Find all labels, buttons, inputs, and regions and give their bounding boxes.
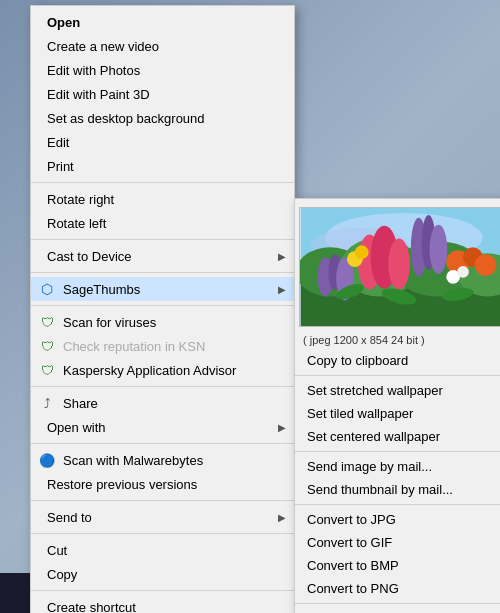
sagethumbs-label: SageThumbs xyxy=(63,282,140,297)
menu-item-set-desktop-bg[interactable]: Set as desktop background xyxy=(31,106,294,130)
scan-malwarebytes-label: Scan with Malwarebytes xyxy=(63,453,203,468)
sub-item-convert-jpg[interactable]: Convert to JPG xyxy=(295,508,500,531)
sub-item-set-stretched[interactable]: Set stretched wallpaper xyxy=(295,379,500,402)
svg-point-13 xyxy=(388,238,410,289)
sub-separator-1 xyxy=(295,375,500,376)
menu-item-print[interactable]: Print xyxy=(31,154,294,178)
menu-item-send-to[interactable]: Send to ▶ xyxy=(31,505,294,529)
sub-item-convert-gif[interactable]: Convert to GIF xyxy=(295,531,500,554)
sagethumbs-submenu: ( jpeg 1200 x 854 24 bit ) Copy to clipb… xyxy=(294,198,500,613)
scan-viruses-label: Scan for viruses xyxy=(63,315,156,330)
set-centered-label: Set centered wallpaper xyxy=(307,429,440,444)
open-with-arrow-icon: ▶ xyxy=(278,422,286,433)
menu-item-edit-photos[interactable]: Edit with Photos xyxy=(31,58,294,82)
preview-svg xyxy=(300,208,500,326)
sub-item-set-centered[interactable]: Set centered wallpaper xyxy=(295,425,500,448)
menu-item-edit-paint3d[interactable]: Edit with Paint 3D xyxy=(31,82,294,106)
restore-versions-label: Restore previous versions xyxy=(47,477,197,492)
menu-item-edit[interactable]: Edit xyxy=(31,130,294,154)
share-label: Share xyxy=(63,396,98,411)
svg-point-23 xyxy=(457,266,469,278)
separator-6 xyxy=(31,443,294,444)
image-preview xyxy=(299,207,500,327)
sub-item-convert-bmp[interactable]: Convert to BMP xyxy=(295,554,500,577)
scan-viruses-icon: 🛡 xyxy=(39,314,55,330)
menu-item-sagethumbs[interactable]: ⬡ SageThumbs ▶ xyxy=(31,277,294,301)
send-mail-label: Send image by mail... xyxy=(307,459,432,474)
edit-photos-label: Edit with Photos xyxy=(47,63,140,78)
set-stretched-label: Set stretched wallpaper xyxy=(307,383,443,398)
cut-label: Cut xyxy=(47,543,67,558)
sub-item-copy-clipboard[interactable]: Copy to clipboard xyxy=(295,349,500,372)
convert-gif-label: Convert to GIF xyxy=(307,535,392,550)
menu-item-open[interactable]: Open xyxy=(31,10,294,34)
menu-item-share[interactable]: ⤴ Share xyxy=(31,391,294,415)
separator-3 xyxy=(31,272,294,273)
menu-item-restore-versions[interactable]: Restore previous versions xyxy=(31,472,294,496)
menu-item-create-video[interactable]: Create a new video xyxy=(31,34,294,58)
menu-item-rotate-right[interactable]: Rotate right xyxy=(31,187,294,211)
print-label: Print xyxy=(47,159,74,174)
rotate-right-label: Rotate right xyxy=(47,192,114,207)
separator-9 xyxy=(31,590,294,591)
sub-item-set-tiled[interactable]: Set tiled wallpaper xyxy=(295,402,500,425)
sagethumbs-arrow-icon: ▶ xyxy=(278,284,286,295)
svg-point-15 xyxy=(355,245,369,259)
set-tiled-label: Set tiled wallpaper xyxy=(307,406,413,421)
sub-item-send-thumb-mail[interactable]: Send thumbnail by mail... xyxy=(295,478,500,501)
convert-png-label: Convert to PNG xyxy=(307,581,399,596)
menu-item-kaspersky-advisor[interactable]: 🛡 Kaspersky Application Advisor xyxy=(31,358,294,382)
convert-bmp-label: Convert to BMP xyxy=(307,558,399,573)
sub-item-sagethumbs-options[interactable]: SageThumbs Options... xyxy=(295,607,500,613)
sub-item-convert-png[interactable]: Convert to PNG xyxy=(295,577,500,600)
send-to-arrow-icon: ▶ xyxy=(278,512,286,523)
preview-info: ( jpeg 1200 x 854 24 bit ) xyxy=(295,331,500,349)
svg-point-21 xyxy=(475,254,497,276)
separator-8 xyxy=(31,533,294,534)
kaspersky-advisor-label: Kaspersky Application Advisor xyxy=(63,363,236,378)
menu-item-rotate-left[interactable]: Rotate left xyxy=(31,211,294,235)
sub-separator-3 xyxy=(295,504,500,505)
separator-2 xyxy=(31,239,294,240)
menu-item-scan-viruses[interactable]: 🛡 Scan for viruses xyxy=(31,310,294,334)
separator-1 xyxy=(31,182,294,183)
menu-item-open-with[interactable]: Open with ▶ xyxy=(31,415,294,439)
cast-device-label: Cast to Device xyxy=(47,249,132,264)
convert-jpg-label: Convert to JPG xyxy=(307,512,396,527)
separator-4 xyxy=(31,305,294,306)
context-menu: Open Create a new video Edit with Photos… xyxy=(30,5,295,613)
menu-item-cut[interactable]: Cut xyxy=(31,538,294,562)
separator-7 xyxy=(31,500,294,501)
open-with-label: Open with xyxy=(47,420,106,435)
preview-info-text: ( jpeg 1200 x 854 24 bit ) xyxy=(303,334,425,346)
send-to-label: Send to xyxy=(47,510,92,525)
share-icon: ⤴ xyxy=(39,395,55,411)
rotate-left-label: Rotate left xyxy=(47,216,106,231)
menu-item-create-shortcut[interactable]: Create shortcut xyxy=(31,595,294,613)
edit-paint3d-label: Edit with Paint 3D xyxy=(47,87,150,102)
sub-separator-4 xyxy=(295,603,500,604)
copy-clipboard-label: Copy to clipboard xyxy=(307,353,408,368)
menu-item-cast-device[interactable]: Cast to Device ▶ xyxy=(31,244,294,268)
menu-item-check-reputation[interactable]: 🛡 Check reputation in KSN xyxy=(31,334,294,358)
separator-5 xyxy=(31,386,294,387)
create-shortcut-label: Create shortcut xyxy=(47,600,136,614)
set-desktop-bg-label: Set as desktop background xyxy=(47,111,205,126)
check-reputation-label: Check reputation in KSN xyxy=(63,339,205,354)
sagethumbs-icon: ⬡ xyxy=(39,281,55,297)
check-reputation-icon: 🛡 xyxy=(39,338,55,354)
malwarebytes-icon: 🔵 xyxy=(39,452,55,468)
menu-item-scan-malwarebytes[interactable]: 🔵 Scan with Malwarebytes xyxy=(31,448,294,472)
edit-label: Edit xyxy=(47,135,69,150)
kaspersky-icon: 🛡 xyxy=(39,362,55,378)
cast-device-arrow-icon: ▶ xyxy=(278,251,286,262)
sub-item-send-mail[interactable]: Send image by mail... xyxy=(295,455,500,478)
menu-item-copy[interactable]: Copy xyxy=(31,562,294,586)
sub-separator-2 xyxy=(295,451,500,452)
open-label: Open xyxy=(47,15,80,30)
svg-point-18 xyxy=(430,225,448,274)
create-video-label: Create a new video xyxy=(47,39,159,54)
send-thumb-mail-label: Send thumbnail by mail... xyxy=(307,482,453,497)
copy-label: Copy xyxy=(47,567,77,582)
